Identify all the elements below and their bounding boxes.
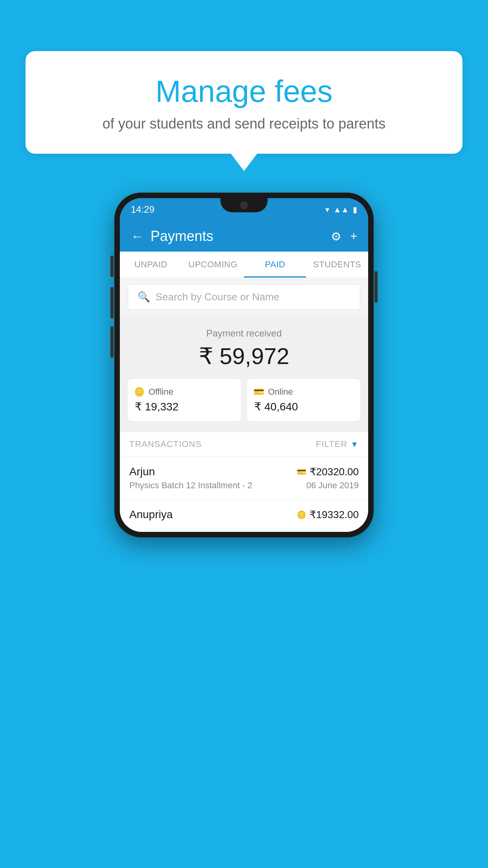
- phone-frame: 14:29 ▾ ▲▲ ▮ ← Payments ⚙ +: [114, 193, 374, 537]
- table-row[interactable]: Arjun 💳 ₹20320.00 Physics Batch 12 Insta…: [120, 456, 368, 499]
- online-header: 💳 Online: [253, 387, 354, 397]
- transaction-course: Physics Batch 12 Installment - 2: [129, 480, 252, 491]
- tab-students[interactable]: STUDENTS: [306, 252, 368, 278]
- header-left: ← Payments: [131, 228, 213, 245]
- app-header: ← Payments ⚙ +: [120, 221, 368, 252]
- transactions-label: TRANSACTIONS: [129, 439, 202, 449]
- volume-down-button: [110, 326, 114, 358]
- tabs-container: UNPAID UPCOMING PAID STUDENTS: [120, 252, 368, 278]
- status-icons: ▾ ▲▲ ▮: [325, 205, 357, 214]
- status-bar: 14:29 ▾ ▲▲ ▮: [120, 198, 368, 221]
- filter-label: FILTER: [316, 439, 347, 449]
- transaction-date: 06 June 2019: [306, 480, 359, 491]
- online-card: 💳 Online ₹ 40,640: [247, 379, 360, 421]
- transaction-amount: 💳 ₹20320.00: [297, 466, 359, 478]
- transaction-top: Anupriya 🪙 ₹19332.00: [129, 508, 359, 521]
- tab-upcoming[interactable]: UPCOMING: [182, 252, 244, 278]
- transaction-amount: 🪙 ₹19332.00: [297, 509, 359, 521]
- speech-bubble: Manage fees of your students and send re…: [26, 51, 462, 154]
- silent-button: [110, 256, 114, 277]
- search-bar[interactable]: 🔍 Search by Course or Name: [128, 284, 360, 310]
- add-icon[interactable]: +: [350, 230, 357, 243]
- online-label: Online: [268, 387, 293, 397]
- payment-summary: Payment received ₹ 59,972 🪙 Offline ₹ 19…: [120, 316, 368, 432]
- phone-screen: 14:29 ▾ ▲▲ ▮ ← Payments ⚙ +: [120, 198, 368, 532]
- back-button[interactable]: ←: [131, 229, 143, 244]
- transaction-value: ₹19332.00: [310, 509, 359, 521]
- table-row[interactable]: Anupriya 🪙 ₹19332.00: [120, 499, 368, 532]
- filter-button[interactable]: FILTER ▼: [316, 439, 359, 449]
- transaction-value: ₹20320.00: [310, 466, 359, 478]
- transactions-header: TRANSACTIONS FILTER ▼: [120, 432, 368, 456]
- payment-total: ₹ 59,972: [128, 343, 360, 370]
- header-right: ⚙ +: [331, 230, 357, 243]
- volume-up-button: [110, 287, 114, 318]
- transaction-name: Anupriya: [129, 508, 173, 521]
- offline-icon: 🪙: [134, 387, 145, 397]
- wifi-icon: ▾: [325, 205, 329, 214]
- camera: [240, 201, 248, 209]
- power-button: [374, 271, 378, 303]
- online-icon: 💳: [253, 387, 264, 397]
- offline-card: 🪙 Offline ₹ 19,332: [128, 379, 241, 421]
- payment-cards: 🪙 Offline ₹ 19,332 💳 Online ₹ 40,640: [128, 379, 360, 421]
- bubble-title: Manage fees: [45, 75, 443, 108]
- search-icon: 🔍: [138, 291, 150, 303]
- payment-received-label: Payment received: [128, 328, 360, 339]
- status-time: 14:29: [131, 204, 154, 215]
- transaction-top: Arjun 💳 ₹20320.00: [129, 465, 359, 478]
- offline-amount: ₹ 19,332: [134, 400, 235, 413]
- transaction-name: Arjun: [129, 465, 155, 478]
- phone-wrapper: 14:29 ▾ ▲▲ ▮ ← Payments ⚙ +: [114, 193, 374, 537]
- notch: [220, 198, 268, 212]
- card-icon: 💳: [297, 467, 306, 476]
- bubble-subtitle: of your students and send receipts to pa…: [45, 116, 443, 132]
- signal-icon: ▲▲: [333, 205, 349, 214]
- filter-icon: ▼: [350, 440, 359, 449]
- search-input[interactable]: Search by Course or Name: [156, 291, 279, 303]
- offline-header: 🪙 Offline: [134, 387, 235, 397]
- cash-icon: 🪙: [297, 510, 306, 519]
- settings-icon[interactable]: ⚙: [331, 230, 341, 243]
- search-container: 🔍 Search by Course or Name: [120, 278, 368, 316]
- tab-paid[interactable]: PAID: [244, 252, 306, 278]
- battery-icon: ▮: [353, 205, 357, 214]
- offline-label: Offline: [149, 387, 173, 397]
- online-amount: ₹ 40,640: [253, 400, 354, 413]
- tab-unpaid[interactable]: UNPAID: [120, 252, 182, 278]
- page-title: Payments: [150, 228, 213, 245]
- transaction-bottom: Physics Batch 12 Installment - 2 06 June…: [129, 480, 359, 491]
